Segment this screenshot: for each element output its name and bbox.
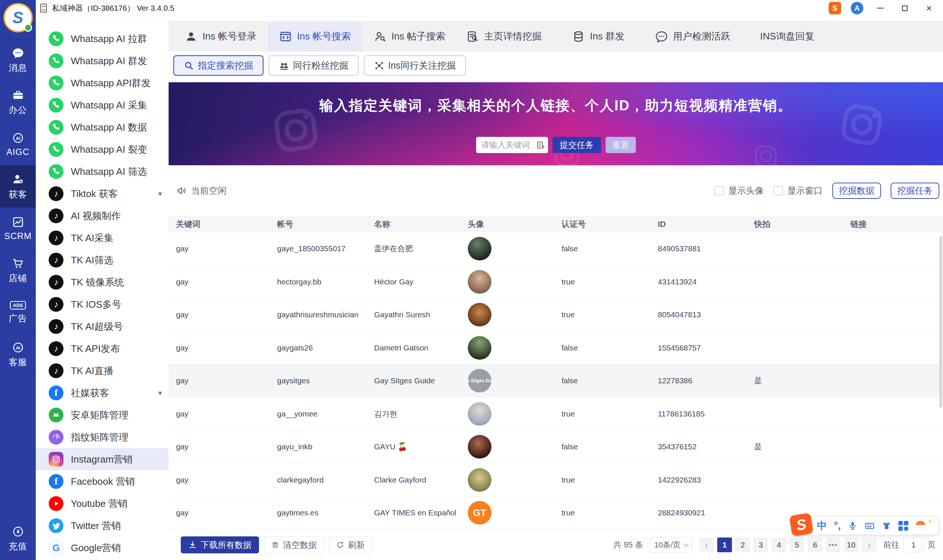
- sidebar-group-social[interactable]: f社媒获客▾: [36, 382, 169, 404]
- table-row[interactable]: gay ga__yomee 김가현 true 11786136185: [169, 398, 943, 431]
- punctuation-icon[interactable]: °,: [834, 520, 841, 532]
- sidebar-item-whatsapp-ai-shaixuan[interactable]: Whatsapp AI 筛选: [36, 160, 169, 183]
- cell-account: gaytimes.es: [270, 497, 367, 529]
- sidebar-item-youtube-marketing[interactable]: Youtube 营销: [36, 492, 169, 515]
- show-window-checkbox[interactable]: 显示窗口: [773, 185, 823, 197]
- download-all-button[interactable]: 下载所有数据: [181, 536, 259, 553]
- tab-ins-account-search[interactable]: Ins 帐号搜索: [268, 21, 362, 52]
- table-row[interactable]: gay clarkegayford Clarke Gayford true 14…: [169, 464, 943, 497]
- tab-ins-mass-send[interactable]: Ins 群发: [551, 21, 646, 52]
- table-row[interactable]: gay gaygats26 Dametri Gatson false 15545…: [169, 332, 943, 365]
- chevron-down-icon[interactable]: ▾: [158, 388, 162, 397]
- subtab-peer-fans-mining[interactable]: 同行粉丝挖掘: [269, 55, 358, 75]
- cell-verified: false: [554, 232, 651, 265]
- sidebar-item-tk-super[interactable]: ♪TK AI超级号: [36, 315, 169, 338]
- chevron-down-icon[interactable]: ▾: [158, 189, 162, 198]
- mine-task-button[interactable]: 挖掘任务: [891, 183, 939, 199]
- close-button[interactable]: ×: [921, 2, 936, 14]
- database-icon: [572, 30, 585, 43]
- sidebar-item-tk-ai-caiji[interactable]: ♪TK AI采集: [36, 227, 169, 249]
- goto-page-input[interactable]: 1: [903, 537, 924, 552]
- table-row[interactable]: gay gayu_inkb GAYU 🍒 false 354376152 是: [169, 431, 943, 464]
- sidebar-item-tk-mirror[interactable]: ♪TK 镜像系统: [36, 271, 169, 293]
- sidebar-item-whatsapp-api-qunfa[interactable]: Whatsapp API群发: [36, 72, 169, 94]
- vertical-scrollbar-thumb[interactable]: [939, 236, 942, 408]
- tiktok-icon: ♪: [49, 208, 63, 223]
- clear-data-button[interactable]: 清空数据: [264, 536, 324, 553]
- minimize-button[interactable]: [873, 2, 888, 14]
- sogou-logo-icon[interactable]: S: [789, 513, 814, 536]
- table-row[interactable]: gay hectorgay.bb Héctor Gay true 4314139…: [169, 266, 943, 299]
- tray-sogou-icon[interactable]: S: [829, 2, 841, 14]
- show-avatar-checkbox[interactable]: 显示头像: [714, 185, 764, 197]
- mine-data-button[interactable]: 挖掘数据: [832, 183, 881, 199]
- subtab-peer-following-mining[interactable]: Ins同行关注挖掘: [364, 55, 466, 75]
- sidebar-item-tk-live[interactable]: ♪TK AI直播: [36, 360, 169, 382]
- rail-item-label: AIGC: [6, 147, 29, 157]
- skin-shirt-icon[interactable]: [882, 521, 891, 531]
- tab-homepage-mining[interactable]: 主页详情挖掘: [457, 21, 551, 52]
- cell-name: Gay Sitges Guide: [367, 365, 460, 397]
- rail-item-messages[interactable]: 消息: [0, 39, 36, 81]
- table-row[interactable]: gay gayathrisureshmusician Gayathri Sure…: [169, 298, 943, 332]
- toolbox-icon[interactable]: [898, 521, 908, 531]
- tab-user-activity-check[interactable]: 用户检测活跃: [646, 21, 740, 52]
- tab-ins-inquiry-reply[interactable]: INS询盘回复: [740, 21, 835, 52]
- sidebar-group-tiktok[interactable]: ♪Tiktok 获客▾: [36, 183, 169, 205]
- rail-item-shop[interactable]: 店铺: [0, 249, 36, 291]
- page-button[interactable]: 5: [789, 537, 804, 552]
- tab-ins-post-search[interactable]: Ins 帖子搜索: [362, 21, 457, 52]
- submit-task-button[interactable]: 提交任务: [552, 137, 601, 153]
- mascot-icon[interactable]: [915, 520, 926, 531]
- rail-item-office[interactable]: 办公: [0, 81, 36, 123]
- page-button[interactable]: 4: [771, 537, 786, 552]
- rail-item-service[interactable]: 客服: [0, 334, 36, 375]
- sidebar-item-instagram-marketing[interactable]: Instagram营销: [36, 448, 169, 470]
- keyword-input[interactable]: 请输入关键词: [476, 137, 548, 153]
- page-button[interactable]: 1: [717, 537, 732, 552]
- rail-item-acquisition[interactable]: 获客: [0, 165, 36, 207]
- tab-ins-account-login[interactable]: Ins 帐号登录: [174, 21, 268, 52]
- subtab-keyword-search-mining[interactable]: 指定搜索挖掘: [174, 55, 263, 75]
- sidebar-item-tk-ios[interactable]: ♪TK IOS多号: [36, 293, 169, 315]
- whatsapp-icon: [49, 120, 63, 135]
- sidebar-item-tk-ai-shaixuan[interactable]: ♪TK AI筛选: [36, 249, 169, 271]
- checkbox-box[interactable]: [773, 186, 783, 195]
- sidebar-item-twitter-marketing[interactable]: Twitter 营销: [36, 515, 169, 537]
- rail-item-aigc[interactable]: AIGC: [0, 123, 36, 165]
- keyboard-icon[interactable]: [865, 520, 875, 531]
- sidebar-item-whatsapp-ai-liebian[interactable]: Whatsapp AI 裂变: [36, 138, 169, 160]
- sidebar-item-google-marketing[interactable]: GGoogle营销: [36, 537, 169, 559]
- rail-item-recharge[interactable]: 充值: [0, 518, 36, 560]
- checkbox-box[interactable]: [714, 186, 724, 195]
- prev-page-button[interactable]: ‹: [699, 537, 714, 552]
- sidebar-item-android-matrix[interactable]: 安卓矩阵管理: [36, 404, 169, 426]
- page-size-select[interactable]: 10条/页: [650, 537, 692, 552]
- import-clipboard-icon[interactable]: [535, 140, 545, 150]
- rail-item-scrm[interactable]: SCRM: [0, 207, 36, 249]
- table-row[interactable]: gay gaysitges Gay Sitges Guide Gay Sitge…: [169, 365, 943, 398]
- next-page-button[interactable]: ›: [862, 537, 877, 552]
- tray-assistant-icon[interactable]: A: [851, 2, 863, 14]
- page-button[interactable]: 2: [735, 537, 750, 552]
- page-button[interactable]: 6: [808, 537, 822, 552]
- refresh-button[interactable]: 刷新: [329, 536, 372, 553]
- rail-item-label: 办公: [9, 104, 27, 116]
- table-row[interactable]: gay gaye_18500355017 盖伊在合肥 false 8490537…: [169, 232, 943, 266]
- sidebar-item-tk-api[interactable]: ♪TK API发布: [36, 338, 169, 360]
- maximize-button[interactable]: [897, 2, 912, 14]
- sidebar-item-whatsapp-ai-laqun[interactable]: Whatsapp AI 拉群: [36, 28, 169, 50]
- sidebar-item-ai-video[interactable]: ♪AI 视频制作: [36, 205, 169, 227]
- sidebar-item-whatsapp-ai-caiji[interactable]: Whatsapp AI 采集: [36, 94, 169, 116]
- sidebar-item-whatsapp-ai-qunfa[interactable]: Whatsapp AI 群发: [36, 50, 169, 72]
- sidebar-item-whatsapp-ai-shuju[interactable]: Whatsapp AI 数据: [36, 116, 169, 138]
- rail-item-ads[interactable]: ADS 广告: [0, 291, 36, 334]
- page-button[interactable]: •••: [826, 537, 840, 552]
- sidebar-item-fingerprint-matrix[interactable]: 指纹矩阵管理: [36, 426, 169, 448]
- chinese-mode-icon[interactable]: 中: [817, 519, 827, 532]
- reset-button[interactable]: 重置: [605, 137, 636, 153]
- sidebar-item-facebook-marketing[interactable]: fFacebook 营销: [36, 470, 169, 492]
- page-button[interactable]: 10: [844, 537, 858, 552]
- page-button[interactable]: 3: [753, 537, 768, 552]
- microphone-icon[interactable]: [848, 521, 857, 531]
